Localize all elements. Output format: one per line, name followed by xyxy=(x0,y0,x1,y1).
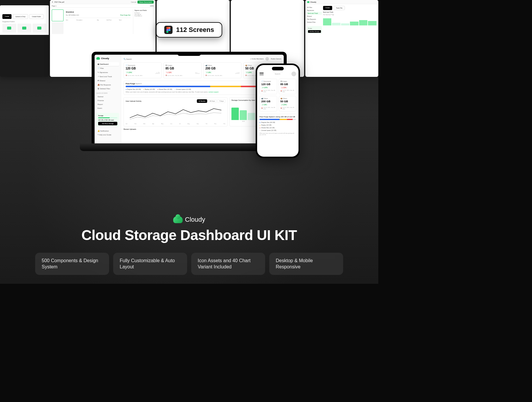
usage-title: Flow Forge Space's Using 100 GB of 112 G… xyxy=(259,116,296,118)
folder-item[interactable] xyxy=(2,24,16,33)
hero-logo: Cloudy xyxy=(0,216,378,223)
folder-icon xyxy=(7,27,11,30)
zoom-level[interactable]: 100% xyxy=(150,5,154,7)
date-range: 📅 Jan 01, 2025 - Dec 30, 2025 xyxy=(261,90,275,93)
contact-support-link[interactable]: contact support. xyxy=(208,91,219,93)
feature-pill: Fully Customizable & Auto Layout xyxy=(113,253,187,275)
dashboard-app: Cloudy ▦ Dashboard 📄 Files ✎ Signatures … xyxy=(95,55,284,143)
sparkline xyxy=(155,71,160,74)
folder-button[interactable]: Create Folder xyxy=(29,14,44,19)
card-documents[interactable]: 📄 Documents 120 GB ↗ +24% 📅 Jan 01, 2025… xyxy=(124,62,162,78)
card-videos[interactable]: 📹 Videos 200 GB ↗ +8% 📅 Jan 01, 2025 - D… xyxy=(259,96,277,111)
trend-badge: ↗ +24% xyxy=(126,71,133,74)
figma-icon xyxy=(164,26,173,34)
usage-panel: Flow Forge Space's Using 100 GB of 112 G… xyxy=(259,114,296,135)
nav-help[interactable]: ? Help and Guide xyxy=(96,133,119,137)
usage-note: When your team runs out of space, accoun… xyxy=(259,132,296,135)
folder-icon xyxy=(22,27,26,30)
feature-pill: 500 Components & Design System xyxy=(35,253,109,275)
chart-title: User Upload Activity xyxy=(126,100,142,102)
field-item[interactable]: Email Address xyxy=(134,15,154,17)
save-button[interactable]: Save Document xyxy=(137,1,154,4)
card-others[interactable]: 📦 Others 50 GB ↗ +24% 📅 Jan 01, 2025 - D… xyxy=(279,96,296,111)
create-button[interactable]: Create xyxy=(323,6,332,10)
storage-bar xyxy=(98,117,117,118)
hero-section: Cloudy Cloud Storage Dashboard UI KIT 50… xyxy=(0,216,378,284)
nav-item[interactable]: Deleted Files xyxy=(307,21,322,24)
nav-item-active[interactable]: Send and Track xyxy=(307,12,322,15)
feature-pill: Desktop & Mobile Responsive xyxy=(269,253,343,275)
menu-icon[interactable] xyxy=(259,72,264,75)
mini-window-1: Create Upload or Drop Create Folder Sugg… xyxy=(0,0,49,77)
quick-access-label: Quick Access xyxy=(96,92,119,94)
nav-files[interactable]: 📄 Files xyxy=(96,66,119,70)
usage-legend: Regular files (60 GB) Replay (24 GB) Sha… xyxy=(259,121,296,131)
pill-30days[interactable]: 30 Days xyxy=(208,99,217,103)
section-label: Suggested Folders xyxy=(2,21,46,22)
panel-title: Signers and Fields xyxy=(134,9,154,11)
cloud-icon xyxy=(96,57,100,60)
cancel-button[interactable]: Cancel xyxy=(131,1,137,3)
nav-item[interactable]: All Files xyxy=(307,6,322,9)
cloud-icon xyxy=(307,1,309,3)
upload-button[interactable]: Upload or Drop xyxy=(13,14,28,19)
storage-widget: Storage 100 GB of 500 GB used Get More S… xyxy=(96,113,119,127)
company-name: Flow Forge Std. xyxy=(120,14,131,16)
sparkline xyxy=(195,71,200,74)
get-storage-button[interactable]: Get More Storage xyxy=(308,30,321,33)
create-button[interactable]: Create xyxy=(2,14,12,19)
avatar[interactable] xyxy=(291,72,296,76)
nav-send-track[interactable]: ↗ Send and Track xyxy=(96,74,119,78)
quick-finance[interactable]: Finance xyxy=(96,99,119,102)
x-axis-months: JanFebMarAprMayJunJulAugSepOctNovDec xyxy=(126,123,226,124)
cloud-icon xyxy=(173,216,183,223)
pill-7days[interactable]: 7 Days xyxy=(217,99,226,103)
nav-item[interactable]: Signatures xyxy=(307,9,322,12)
page-indicator: Page 1 xyxy=(52,5,56,7)
sidebar: Cloudy ▦ Dashboard 📄 Files ✎ Signatures … xyxy=(95,55,121,143)
usage-bar xyxy=(259,119,296,120)
nav-item[interactable]: File Requests xyxy=(307,18,322,21)
laptop-notch xyxy=(177,52,201,56)
get-storage-button[interactable]: Get More Storage xyxy=(98,122,117,125)
pill-12months[interactable]: 12 Months xyxy=(197,99,207,103)
trend-badge: ↘ -12% xyxy=(166,71,172,74)
card-documents[interactable]: 📄 Documents 120 GB ↗ +24% 📅 Jan 01, 2025… xyxy=(259,79,277,94)
nav-shared[interactable]: ⇄ Shared xyxy=(96,79,119,82)
hero-title: Cloud Storage Dashboard UI KIT xyxy=(0,227,378,243)
search-input[interactable]: Search xyxy=(275,73,280,75)
nav-notification[interactable]: 🔔 Notification xyxy=(96,129,119,133)
nav-file-requests[interactable]: 📥 File Requests xyxy=(96,83,119,87)
quick-starred[interactable]: Starred xyxy=(96,95,119,98)
quick-event[interactable]: Event xyxy=(96,106,119,110)
close-icon[interactable]: ✕ xyxy=(52,1,53,3)
trend-badge: ↘ -12% xyxy=(280,86,287,89)
quick-report[interactable]: Report xyxy=(96,103,119,106)
search-input[interactable]: 🔍 Search xyxy=(124,58,132,60)
date-range: 📅 Jan 01, 2025 - Dec 30, 2025 xyxy=(280,90,295,93)
nav-deleted[interactable]: 🗑 Deleted Files xyxy=(96,87,119,90)
folder-item[interactable] xyxy=(33,24,46,33)
card-videos[interactable]: 📹 Videos 200 GB ↗ +8% 📅 Jan 01, 2025 - D… xyxy=(203,62,241,78)
date-range: 📅 Jan 01, 2025 - Dec 30, 2025 xyxy=(280,107,295,110)
phone-notch xyxy=(272,67,284,70)
track-button[interactable]: Track File xyxy=(333,6,345,10)
app-logo[interactable]: Cloudy xyxy=(96,57,119,60)
screens-count: 112 Screens xyxy=(176,26,214,34)
nav-signatures[interactable]: ✎ Signatures xyxy=(96,70,119,74)
trend-badge: ↗ +24% xyxy=(261,86,268,89)
user-name: Robbi Darwis xyxy=(271,58,281,60)
upload-activity-chart: User Upload Activity 12 Months 30 Days 7… xyxy=(124,97,228,127)
mini-window-5-send-track: Cloudy All Files Signatures Send and Tra… xyxy=(305,0,378,77)
nav-dashboard[interactable]: ▦ Dashboard xyxy=(96,62,119,66)
invoice-heading: Invoice xyxy=(66,11,131,13)
folder-item[interactable] xyxy=(17,24,31,33)
phone-mockup: Search 📄 Documents 120 GB ↗ +24% 📅 Jan 0… xyxy=(256,64,300,158)
nav-item[interactable]: Shared xyxy=(307,15,322,18)
invite-button[interactable]: + Invite Members xyxy=(250,58,264,60)
card-images[interactable]: 🖼 Images 85 GB ↘ -12% 📅 Jan 01, 2025 - D… xyxy=(163,62,202,78)
brand-name: Cloudy xyxy=(185,216,205,223)
line-chart xyxy=(126,104,226,122)
card-images[interactable]: 🖼 Images 85 GB ↘ -12% 📅 Jan 01, 2025 - D… xyxy=(279,79,296,94)
user-avatar[interactable] xyxy=(265,57,269,61)
